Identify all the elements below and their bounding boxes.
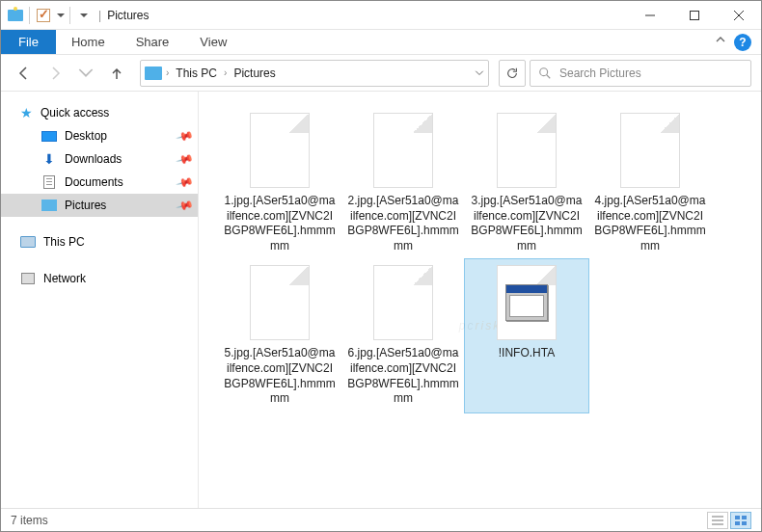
- explorer-window: | Pictures File Home Share View ? › This…: [0, 0, 762, 532]
- svg-line-5: [547, 74, 551, 78]
- properties-qat-button[interactable]: [35, 7, 52, 24]
- document-icon: [43, 175, 55, 189]
- details-view-button[interactable]: [707, 512, 728, 529]
- sidebar-desktop[interactable]: Desktop 📌: [1, 124, 198, 147]
- file-tab[interactable]: File: [1, 30, 56, 54]
- sidebar-item-label: Desktop: [65, 129, 107, 143]
- file-view[interactable]: pcrisk 1.jpg.[ASer51a0@mailfence.com][ZV…: [199, 92, 761, 508]
- file-name: 5.jpg.[ASer51a0@mailfence.com][ZVNC2IBGP…: [224, 346, 336, 406]
- file-icon: [373, 265, 433, 340]
- recent-locations-button[interactable]: [72, 60, 99, 87]
- app-icon[interactable]: [7, 7, 24, 24]
- file-icon: [373, 113, 433, 188]
- pin-icon: 📌: [176, 173, 195, 192]
- up-button[interactable]: [103, 60, 130, 87]
- pin-icon: 📌: [176, 126, 195, 146]
- sidebar-thispc[interactable]: This PC: [1, 230, 198, 253]
- refresh-button[interactable]: [499, 60, 526, 87]
- sidebar-item-label: Quick access: [41, 106, 109, 120]
- file-name: 4.jpg.[ASer51a0@mailfence.com][ZVNC2IBGP…: [594, 194, 706, 253]
- chevron-right-icon[interactable]: ›: [224, 67, 227, 78]
- file-item[interactable]: 5.jpg.[ASer51a0@mailfence.com][ZVNC2IBGP…: [218, 259, 341, 412]
- chevron-down-icon[interactable]: [475, 70, 484, 76]
- file-grid: 1.jpg.[ASer51a0@mailfence.com][ZVNC2IBGP…: [218, 107, 742, 412]
- file-icon: [497, 113, 557, 188]
- file-item[interactable]: !INFO.HTA: [465, 259, 588, 412]
- titlebar: | Pictures: [1, 1, 761, 30]
- star-icon: ★: [20, 105, 33, 120]
- breadcrumb-folder[interactable]: Pictures: [231, 66, 278, 80]
- file-item[interactable]: 4.jpg.[ASer51a0@mailfence.com][ZVNC2IBGP…: [588, 107, 712, 259]
- forward-button[interactable]: [41, 60, 68, 87]
- file-name: 2.jpg.[ASer51a0@mailfence.com][ZVNC2IBGP…: [347, 194, 459, 253]
- share-tab[interactable]: Share: [121, 30, 185, 54]
- window-title: Pictures: [107, 9, 149, 22]
- maximize-button[interactable]: [672, 1, 717, 30]
- nav-toolbar: › This PC › Pictures Search Pictures: [1, 55, 761, 92]
- file-name: 1.jpg.[ASer51a0@mailfence.com][ZVNC2IBGP…: [224, 194, 336, 253]
- chevron-right-icon[interactable]: ›: [166, 67, 169, 78]
- back-button[interactable]: [11, 60, 38, 87]
- view-switcher: [707, 512, 751, 529]
- search-placeholder: Search Pictures: [559, 66, 743, 80]
- sidebar-network[interactable]: Network: [1, 267, 198, 290]
- file-item[interactable]: 1.jpg.[ASer51a0@mailfence.com][ZVNC2IBGP…: [218, 107, 341, 259]
- item-count: 7 items: [11, 514, 48, 527]
- breadcrumb-thispc[interactable]: This PC: [173, 66, 220, 80]
- nav-pane: ★ Quick access Desktop 📌 ⬇ Downloads 📌 D…: [1, 92, 199, 508]
- file-name: 3.jpg.[ASer51a0@mailfence.com][ZVNC2IBGP…: [471, 194, 583, 253]
- pictures-icon: [41, 200, 57, 211]
- svg-rect-9: [735, 516, 740, 519]
- sidebar-documents[interactable]: Documents 📌: [1, 171, 198, 194]
- file-icon: [250, 265, 310, 340]
- view-tab[interactable]: View: [184, 30, 242, 54]
- svg-rect-11: [735, 521, 740, 525]
- file-name: 6.jpg.[ASer51a0@mailfence.com][ZVNC2IBGP…: [347, 346, 459, 406]
- download-icon: ⬇: [41, 151, 57, 167]
- close-button[interactable]: [717, 1, 761, 30]
- title-separator: |: [98, 9, 101, 22]
- desktop-icon: [41, 131, 57, 142]
- sidebar-item-label: Downloads: [65, 152, 122, 166]
- svg-rect-1: [691, 11, 699, 19]
- window-controls: [628, 1, 761, 30]
- file-item[interactable]: 6.jpg.[ASer51a0@mailfence.com][ZVNC2IBGP…: [341, 259, 465, 412]
- sidebar-quickaccess[interactable]: ★ Quick access: [1, 101, 198, 124]
- chevron-down-icon[interactable]: [57, 13, 65, 17]
- network-icon: [21, 273, 35, 284]
- pin-icon: 📌: [176, 196, 195, 215]
- body: ★ Quick access Desktop 📌 ⬇ Downloads 📌 D…: [1, 92, 761, 508]
- file-icon: [620, 113, 680, 188]
- file-icon: [250, 113, 310, 188]
- minimize-button[interactable]: [628, 1, 672, 30]
- sidebar-item-label: This PC: [43, 235, 85, 249]
- svg-rect-10: [742, 516, 747, 519]
- pin-icon: 📌: [176, 149, 195, 169]
- separator: [69, 7, 70, 24]
- search-icon: [538, 66, 552, 80]
- expand-ribbon-icon[interactable]: [715, 35, 726, 49]
- address-bar[interactable]: › This PC › Pictures: [140, 60, 489, 87]
- qat-menu-button[interactable]: [75, 7, 93, 24]
- home-tab[interactable]: Home: [56, 30, 121, 54]
- ribbon-tabs: File Home Share View ?: [1, 30, 761, 55]
- search-box[interactable]: Search Pictures: [530, 60, 751, 87]
- file-name: !INFO.HTA: [499, 346, 555, 361]
- file-item[interactable]: 3.jpg.[ASer51a0@mailfence.com][ZVNC2IBGP…: [465, 107, 588, 259]
- quick-access-toolbar: [1, 7, 93, 24]
- sidebar-item-label: Documents: [65, 175, 123, 189]
- status-bar: 7 items: [1, 508, 761, 531]
- separator: [29, 7, 30, 24]
- hta-icon: [497, 265, 557, 340]
- sidebar-item-label: Pictures: [65, 199, 106, 212]
- sidebar-downloads[interactable]: ⬇ Downloads 📌: [1, 147, 198, 171]
- svg-rect-12: [742, 521, 747, 525]
- help-icon[interactable]: ?: [734, 34, 751, 51]
- svg-point-4: [540, 67, 548, 75]
- computer-icon: [20, 236, 36, 248]
- file-item[interactable]: 2.jpg.[ASer51a0@mailfence.com][ZVNC2IBGP…: [341, 107, 465, 259]
- sidebar-item-label: Network: [43, 272, 86, 285]
- sidebar-pictures[interactable]: Pictures 📌: [1, 194, 198, 217]
- icons-view-button[interactable]: [730, 512, 751, 529]
- folder-icon: [145, 66, 162, 80]
